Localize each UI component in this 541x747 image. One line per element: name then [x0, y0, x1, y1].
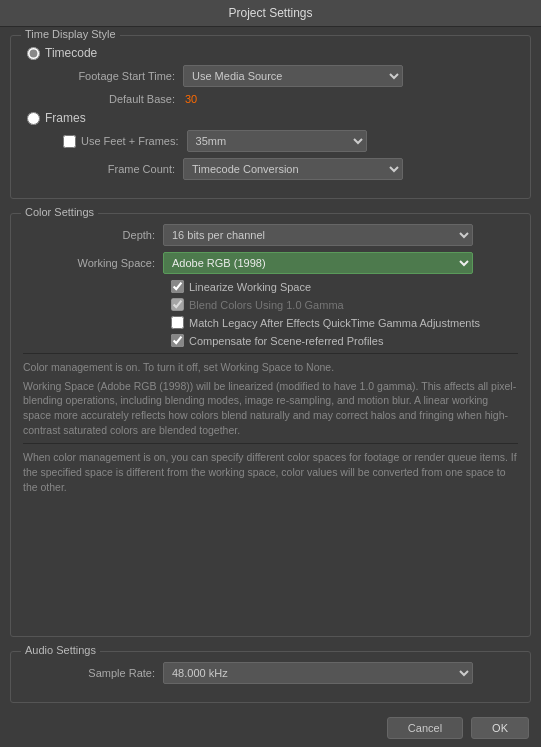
timecode-radio[interactable] — [27, 47, 40, 60]
linearize-checkbox[interactable] — [171, 280, 184, 293]
sample-rate-row: Sample Rate: 48.000 kHz — [23, 662, 518, 684]
match-legacy-checkbox[interactable] — [171, 316, 184, 329]
color-settings-section: Color Settings Depth: 16 bits per channe… — [10, 213, 531, 637]
frame-count-row: Frame Count: Timecode Conversion — [43, 158, 518, 180]
frame-count-select[interactable]: Timecode Conversion — [183, 158, 403, 180]
divider1 — [23, 353, 518, 354]
use-feet-select[interactable]: 35mm — [187, 130, 367, 152]
frames-radio-row: Frames — [27, 111, 518, 125]
blend-colors-label: Blend Colors Using 1.0 Gamma — [189, 299, 344, 311]
audio-settings-title: Audio Settings — [21, 644, 100, 656]
default-base-label: Default Base: — [43, 93, 183, 105]
frame-count-label: Frame Count: — [43, 163, 183, 175]
color-settings-title: Color Settings — [21, 206, 98, 218]
working-space-select[interactable]: Adobe RGB (1998) — [163, 252, 473, 274]
divider2 — [23, 443, 518, 444]
linearize-label: Linearize Working Space — [189, 281, 311, 293]
time-display-style-title: Time Display Style — [21, 28, 120, 40]
title-bar: Project Settings — [0, 0, 541, 27]
match-legacy-label: Match Legacy After Effects QuickTime Gam… — [189, 317, 480, 329]
frames-radio[interactable] — [27, 112, 40, 125]
cancel-button[interactable]: Cancel — [387, 717, 463, 739]
compensate-checkbox[interactable] — [171, 334, 184, 347]
blend-colors-row: Blend Colors Using 1.0 Gamma — [171, 298, 518, 311]
footage-start-time-select[interactable]: Use Media Source — [183, 65, 403, 87]
color-info3: When color management is on, you can spe… — [23, 450, 518, 494]
dialog-title: Project Settings — [228, 6, 312, 20]
footage-start-time-row: Footage Start Time: Use Media Source — [43, 65, 518, 87]
compensate-label: Compensate for Scene-referred Profiles — [189, 335, 383, 347]
color-info1: Color management is on. To turn it off, … — [23, 360, 518, 375]
depth-row: Depth: 16 bits per channel — [23, 224, 518, 246]
default-base-row: Default Base: 30 — [43, 93, 518, 105]
use-feet-checkbox[interactable] — [63, 135, 76, 148]
compensate-row: Compensate for Scene-referred Profiles — [171, 334, 518, 347]
default-base-value: 30 — [185, 93, 197, 105]
linearize-row: Linearize Working Space — [171, 280, 518, 293]
footer: Cancel OK — [0, 709, 541, 747]
match-legacy-row: Match Legacy After Effects QuickTime Gam… — [171, 316, 518, 329]
use-feet-label: Use Feet + Frames: — [81, 135, 187, 147]
frames-label: Frames — [45, 111, 86, 125]
sample-rate-select[interactable]: 48.000 kHz — [163, 662, 473, 684]
sample-rate-label: Sample Rate: — [23, 667, 163, 679]
blend-colors-checkbox[interactable] — [171, 298, 184, 311]
time-display-style-section: Time Display Style Timecode Footage Star… — [10, 35, 531, 199]
timecode-radio-row: Timecode — [27, 46, 518, 60]
ok-button[interactable]: OK — [471, 717, 529, 739]
audio-settings-section: Audio Settings Sample Rate: 48.000 kHz — [10, 651, 531, 703]
working-space-label: Working Space: — [23, 257, 163, 269]
depth-label: Depth: — [23, 229, 163, 241]
color-info2: Working Space (Adobe RGB (1998)) will be… — [23, 379, 518, 438]
use-feet-row: Use Feet + Frames: 35mm — [63, 130, 518, 152]
timecode-label: Timecode — [45, 46, 97, 60]
working-space-row: Working Space: Adobe RGB (1998) — [23, 252, 518, 274]
footage-start-time-label: Footage Start Time: — [43, 70, 183, 82]
depth-select[interactable]: 16 bits per channel — [163, 224, 473, 246]
project-settings-dialog: Project Settings Time Display Style Time… — [0, 0, 541, 747]
